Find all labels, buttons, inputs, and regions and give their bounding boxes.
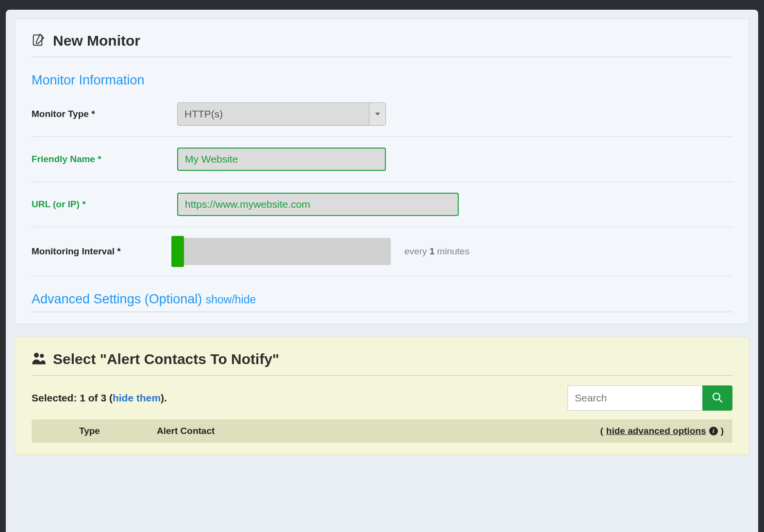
alert-contacts-panel: Select "Alert Contacts To Notify" Select… (15, 337, 749, 455)
interval-text: every 1 minutes (404, 246, 469, 257)
modal-dialog: New Monitor Monitor Information Monitor … (6, 10, 758, 532)
label-monitor-type: Monitor Type * (32, 109, 177, 119)
form-row-friendly-name: Friendly Name * (32, 137, 732, 182)
interval-slider[interactable] (177, 238, 391, 265)
monitor-type-select[interactable]: HTTP(s) (177, 102, 386, 126)
form-row-monitor-type: Monitor Type * HTTP(s) (32, 92, 732, 137)
advanced-settings-row: Advanced Settings (Optional) show/hide (32, 292, 732, 312)
control-area (177, 193, 732, 216)
selected-row: Selected: 1 of 3 (hide them). (32, 385, 732, 411)
form-row-url: URL (or IP) * (32, 182, 732, 227)
selected-open: ( (106, 392, 113, 403)
search-icon (712, 392, 723, 405)
svg-point-1 (34, 353, 39, 358)
control-area (177, 148, 732, 171)
panel-header: Select "Alert Contacts To Notify" (32, 351, 732, 376)
friendly-name-input[interactable] (177, 148, 386, 171)
panel-title: Select "Alert Contacts To Notify" (53, 351, 279, 367)
hide-advanced-link[interactable]: hide advanced options (606, 426, 706, 436)
selected-count: 1 of 3 (80, 392, 106, 403)
edit-icon (32, 33, 46, 49)
advanced-heading: Advanced Settings (Optional) show/hide (32, 292, 732, 307)
form-row-interval: Monitoring Interval * every 1 minutes (32, 227, 732, 276)
panel-header: New Monitor (32, 33, 732, 57)
th-type: Type (79, 426, 157, 436)
search-input[interactable] (567, 385, 702, 411)
th-contact: Alert Contact (157, 426, 600, 436)
panel-title: New Monitor (53, 33, 140, 49)
selected-text: Selected: 1 of 3 (hide them). (32, 392, 167, 404)
svg-point-2 (40, 354, 44, 358)
search-button[interactable] (702, 385, 732, 411)
paren-close: ) (721, 426, 724, 436)
control-area: HTTP(s) (177, 102, 732, 126)
hide-them-link[interactable]: hide them (113, 392, 161, 403)
svg-line-4 (719, 399, 722, 402)
label-friendly-name: Friendly Name * (32, 154, 177, 165)
table-header: Type Alert Contact ( hide advanced optio… (32, 419, 732, 443)
show-hide-toggle[interactable]: show/hide (206, 293, 256, 306)
select-value: HTTP(s) (178, 103, 369, 125)
people-icon (32, 351, 46, 367)
control-area: every 1 minutes (177, 238, 732, 265)
selected-close: ). (161, 392, 167, 403)
interval-suffix: minutes (434, 246, 469, 256)
chevron-down-icon[interactable] (369, 103, 385, 125)
divider (32, 312, 732, 312)
slider-handle[interactable] (171, 236, 184, 267)
label-url: URL (or IP) * (32, 199, 177, 210)
monitor-info-heading: Monitor Information (32, 73, 732, 88)
interval-prefix: every (404, 246, 430, 256)
info-icon[interactable]: i (709, 427, 718, 435)
new-monitor-panel: New Monitor Monitor Information Monitor … (15, 18, 749, 324)
url-input[interactable] (177, 193, 459, 216)
interval-value: 1 (430, 246, 435, 256)
paren-open: ( (600, 426, 603, 436)
advanced-title: Advanced Settings (Optional) (32, 292, 206, 306)
svg-point-3 (713, 393, 720, 400)
th-advanced: ( hide advanced options i ) (600, 426, 724, 436)
search-group (567, 385, 732, 411)
selected-prefix: Selected: (32, 392, 80, 403)
label-interval: Monitoring Interval * (32, 246, 177, 257)
